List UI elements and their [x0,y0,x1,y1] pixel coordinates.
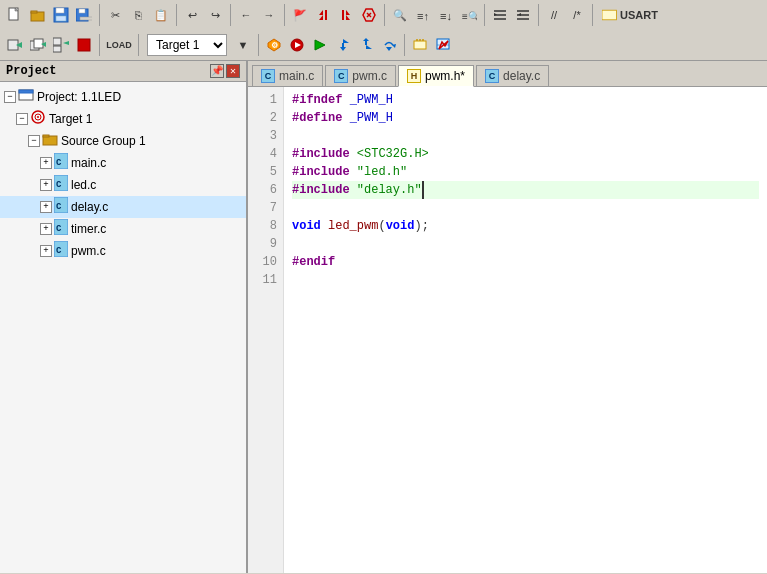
code-line-10: #endif [292,253,759,271]
svg-marker-52 [386,47,392,51]
extra-btn-2[interactable] [432,34,454,56]
step-out-button[interactable] [355,34,377,56]
toolbar-sep-7 [538,4,539,26]
unindent-button[interactable] [512,4,534,26]
tab-icon-mainc: C [261,69,275,83]
tree-item-sourcegroup[interactable]: − Source Group 1 [0,130,246,152]
prev-bookmark-button[interactable] [312,4,334,26]
clear-bookmarks-button[interactable] [358,4,380,26]
expand-sourcegroup[interactable]: − [28,135,40,147]
run-button[interactable] [309,34,331,56]
tree-item-project[interactable]: − Project: 1.1LED [0,86,246,108]
find-button[interactable]: 🔍 [389,4,411,26]
start-debug-button[interactable] [286,34,308,56]
toolbar-sep-9 [99,34,100,56]
tree-item-delayc[interactable]: + C delay.c [0,196,246,218]
expand-mainc[interactable]: + [40,157,52,169]
code-content[interactable]: #ifndef _PWM_H #define _PWM_H #include <… [284,87,767,573]
tab-pwmh[interactable]: H pwm.h* [398,65,474,87]
step-in-button[interactable] [332,34,354,56]
forward-button[interactable]: → [258,4,280,26]
tab-delayc[interactable]: C delay.c [476,65,549,86]
extra-btn-1[interactable] [409,34,431,56]
batch-build-button[interactable] [50,34,72,56]
pwmc-label: pwm.c [71,244,106,258]
cursor [422,181,424,199]
tree-item-pwmc[interactable]: + C pwm.c [0,240,246,262]
target-options-button[interactable]: ▼ [232,34,254,56]
project-icon [18,87,34,107]
svg-text:C: C [56,224,62,234]
load-button[interactable]: LOAD [104,34,134,56]
svg-rect-39 [78,39,90,51]
tree-item-mainc[interactable]: + C main.c [0,152,246,174]
tab-label-mainc: main.c [279,69,314,83]
back-button[interactable]: ← [235,4,257,26]
cut-button[interactable]: ✂ [104,4,126,26]
inc-find-button[interactable]: ≡🔍 [458,4,480,26]
tab-pwmc[interactable]: C pwm.c [325,65,396,86]
toolbar-row-1: ✂ ⎘ 📋 ↩ ↪ ← → 🚩 🔍 ≡↑ ≡↓ ≡🔍 [0,0,767,30]
pin-button[interactable]: 📌 [210,64,224,78]
redo-button[interactable]: ↪ [204,4,226,26]
expand-timerc[interactable]: + [40,223,52,235]
expand-delayc[interactable]: + [40,201,52,213]
svg-text:C: C [56,246,62,256]
code-line-1: #ifndef _PWM_H [292,91,759,109]
tab-mainc[interactable]: C main.c [252,65,323,86]
svg-text:≡↑: ≡↑ [417,10,429,22]
comment-button[interactable]: // [543,4,565,26]
expand-pwmc[interactable]: + [40,245,52,257]
svg-text:≡🔍: ≡🔍 [462,10,477,23]
find-prev-button[interactable]: ≡↑ [412,4,434,26]
save-all-button[interactable] [73,4,95,26]
file-c-icon-led: C [54,175,68,195]
code-editor: 1 2 3 4 5 6 7 8 9 10 11 #ifndef _PWM_H #… [248,87,767,573]
target-select[interactable]: Target 1 [147,34,227,56]
tree-item-target[interactable]: − Target 1 [0,108,246,130]
toolbar-sep-3 [230,4,231,26]
indent-button[interactable] [489,4,511,26]
copy-button[interactable]: ⎘ [127,4,149,26]
next-bookmark-button[interactable] [335,4,357,26]
svg-marker-50 [366,45,372,49]
step-over-button[interactable] [378,34,400,56]
uncomment-button[interactable]: /* [566,4,588,26]
rebuild-all-button[interactable] [27,34,49,56]
svg-rect-5 [56,8,64,13]
open-button[interactable] [27,4,49,26]
svg-text:⚙: ⚙ [271,41,278,50]
tab-icon-pwmc: C [334,69,348,83]
expand-project[interactable]: − [4,91,16,103]
bookmark-button[interactable]: 🚩 [289,4,311,26]
build-target-button[interactable] [4,34,26,56]
project-title: Project [6,64,56,78]
tree-item-timerc[interactable]: + C timer.c [0,218,246,240]
close-panel-button[interactable]: ✕ [226,64,240,78]
svg-rect-36 [53,38,61,45]
usart-button[interactable]: USART [597,4,663,26]
svg-marker-45 [343,39,349,43]
svg-marker-11 [319,15,323,20]
code-line-5: #include "led.h" [292,163,759,181]
toolbar-sep-2 [176,4,177,26]
new-button[interactable] [4,4,26,26]
undo-button[interactable]: ↩ [181,4,203,26]
paste-button[interactable]: 📋 [150,4,172,26]
save-button[interactable] [50,4,72,26]
line-numbers: 1 2 3 4 5 6 7 8 9 10 11 [248,87,284,573]
expand-ledc[interactable]: + [40,179,52,191]
find-next-button[interactable]: ≡↓ [435,4,457,26]
svg-marker-38 [63,41,69,45]
stop-build-button[interactable] [73,34,95,56]
toolbar-sep-4 [284,4,285,26]
svg-rect-3 [31,11,37,13]
code-line-8: void led_pwm(void); [292,217,759,235]
tree-item-ledc[interactable]: + C led.c [0,174,246,196]
debug-wizard-button[interactable]: ⚙ [263,34,285,56]
sourcegroup-label: Source Group 1 [61,134,146,148]
ledc-label: led.c [71,178,96,192]
file-c-icon-pwm: C [54,241,68,261]
expand-target[interactable]: − [16,113,28,125]
toolbar-sep-6 [484,4,485,26]
